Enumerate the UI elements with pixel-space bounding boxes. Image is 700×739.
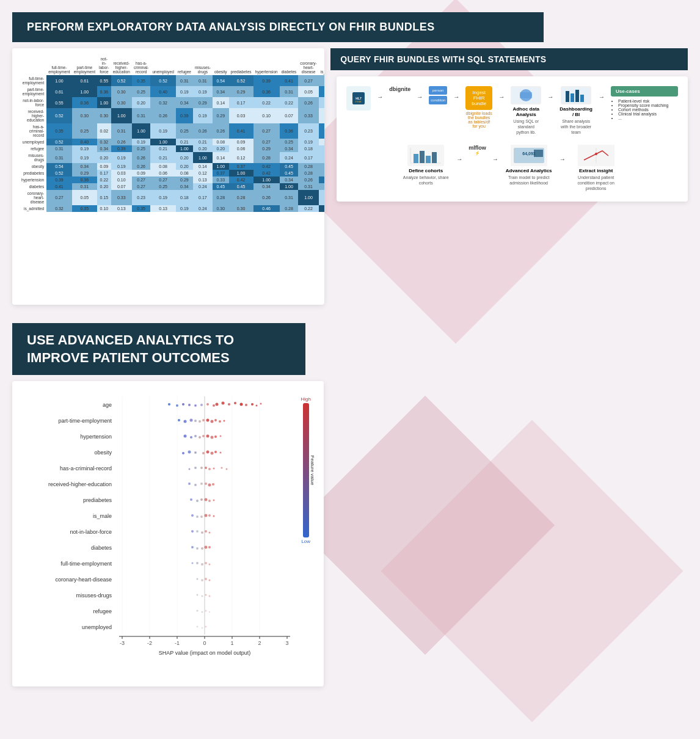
svg-rect-9 — [575, 90, 579, 102]
svg-point-138 — [197, 594, 199, 596]
svg-point-90 — [220, 452, 222, 454]
svg-rect-10 — [580, 95, 584, 102]
svg-point-50 — [234, 402, 236, 404]
svg-point-99 — [205, 482, 207, 485]
use-cases-box: Use-cases Patient-level risk Propensity … — [611, 86, 678, 120]
svg-point-95 — [221, 467, 223, 469]
svg-point-61 — [256, 405, 258, 407]
svg-rect-17 — [432, 152, 437, 163]
svg-point-53 — [200, 404, 203, 406]
svg-point-102 — [212, 483, 214, 486]
svg-point-104 — [188, 482, 191, 485]
shap-beeswarm-chart: age part-time-employment hypertension ob… — [22, 393, 314, 656]
svg-rect-21 — [534, 150, 543, 157]
hl7-fhir-step: HL7 FHIR — [346, 86, 371, 111]
svg-point-47 — [222, 402, 225, 405]
svg-rect-15 — [420, 151, 425, 163]
feature-value-axis-label: Feature value — [310, 456, 316, 486]
svg-point-116 — [213, 515, 215, 517]
svg-point-97 — [194, 467, 197, 469]
svg-point-82 — [220, 435, 222, 437]
svg-point-55 — [188, 404, 191, 406]
colorbar-high-label: High — [301, 396, 311, 402]
svg-point-52 — [206, 403, 209, 406]
svg-point-96 — [226, 468, 228, 470]
svg-point-56 — [182, 403, 184, 406]
colorbar — [303, 403, 309, 537]
ingest-box: Ingest FHIR bundle dbignite loads the bu… — [465, 86, 492, 128]
svg-text:has-a-criminal-record: has-a-criminal-record — [60, 465, 112, 471]
svg-point-91 — [205, 467, 207, 469]
colorbar-low-label: Low — [301, 539, 310, 544]
svg-point-128 — [201, 563, 203, 566]
svg-point-129 — [196, 562, 199, 564]
svg-text:-3: -3 — [120, 640, 125, 646]
svg-point-71 — [184, 420, 187, 423]
svg-point-118 — [201, 531, 203, 534]
svg-point-145 — [202, 627, 203, 629]
svg-point-58 — [168, 403, 170, 406]
svg-point-68 — [199, 420, 201, 423]
svg-point-115 — [191, 514, 194, 517]
svg-point-24 — [595, 153, 597, 155]
section-2: USE ADVANCED ANALYTICS TO IMPROVE PATIEN… — [12, 323, 688, 686]
svg-text:not-in-labor-force: not-in-labor-force — [70, 529, 112, 535]
svg-point-139 — [209, 595, 211, 597]
svg-point-46 — [216, 403, 219, 406]
svg-text:full-time-employment: full-time-employment — [60, 561, 112, 567]
svg-point-94 — [213, 468, 215, 470]
svg-point-84 — [211, 452, 214, 455]
svg-point-74 — [206, 435, 210, 438]
shap-chart-card: High Low Feature value age part-time-emp… — [12, 381, 324, 686]
query-title: QUERY FHIR BUNDLES WITH SQL STATEMENTS — [330, 48, 688, 70]
svg-text:coronary-heart-disease: coronary-heart-disease — [55, 577, 112, 583]
decorative-right-area — [330, 381, 688, 686]
svg-point-76 — [202, 435, 205, 437]
svg-point-113 — [208, 514, 211, 517]
dashboarding-step: Dashboarding / BI Share analysis with th… — [560, 86, 592, 135]
svg-point-101 — [200, 482, 203, 485]
svg-text:part-time-employment: part-time-employment — [58, 418, 112, 424]
extract-insight-step: Extract insight Understand patient condi… — [572, 145, 621, 191]
section1-title: PERFORM EXPLORATORY DATA ANALYSIS DIRECT… — [12, 12, 544, 42]
svg-point-141 — [202, 611, 203, 613]
svg-text:received-higher-education: received-higher-education — [48, 481, 112, 487]
svg-point-103 — [194, 484, 197, 486]
correlation-matrix: full-time-employment part-timeemployment… — [20, 56, 324, 212]
svg-text:SHAP value (impact on model ou: SHAP value (impact on model output) — [159, 650, 250, 656]
svg-point-146 — [197, 626, 199, 628]
svg-text:age: age — [103, 402, 112, 408]
svg-point-72 — [178, 419, 180, 421]
svg-text:FHIR: FHIR — [356, 100, 362, 103]
svg-point-112 — [200, 515, 203, 518]
svg-point-78 — [194, 435, 197, 437]
svg-text:diabetes: diabetes — [91, 545, 112, 551]
svg-point-124 — [208, 546, 211, 548]
svg-rect-16 — [426, 156, 431, 163]
section-1: PERFORM EXPLORATORY DATA ANALYSIS DIRECT… — [12, 12, 688, 305]
svg-point-140 — [205, 610, 207, 612]
svg-point-67 — [202, 419, 205, 421]
svg-point-120 — [209, 532, 211, 534]
svg-point-125 — [196, 547, 199, 550]
svg-rect-14 — [414, 154, 418, 163]
svg-point-100 — [208, 484, 211, 487]
svg-point-105 — [205, 498, 208, 501]
svg-point-119 — [196, 530, 199, 533]
svg-point-142 — [197, 610, 199, 612]
svg-point-85 — [214, 451, 217, 453]
svg-point-92 — [208, 468, 211, 470]
section2-title: USE ADVANCED ANALYTICS TO IMPROVE PATIEN… — [12, 323, 305, 375]
svg-text:1: 1 — [230, 640, 233, 646]
svg-point-117 — [205, 530, 207, 533]
svg-point-114 — [196, 515, 199, 518]
svg-point-60 — [251, 403, 253, 406]
svg-text:unemployed: unemployed — [82, 624, 112, 630]
svg-point-66 — [219, 420, 221, 423]
svg-point-48 — [213, 404, 215, 407]
svg-point-121 — [191, 530, 194, 533]
svg-rect-8 — [571, 93, 574, 102]
svg-point-134 — [197, 578, 199, 580]
svg-point-93 — [200, 467, 203, 469]
advanced-analytics-step: 64,093 Advanced Analytics Train model to… — [505, 145, 553, 186]
